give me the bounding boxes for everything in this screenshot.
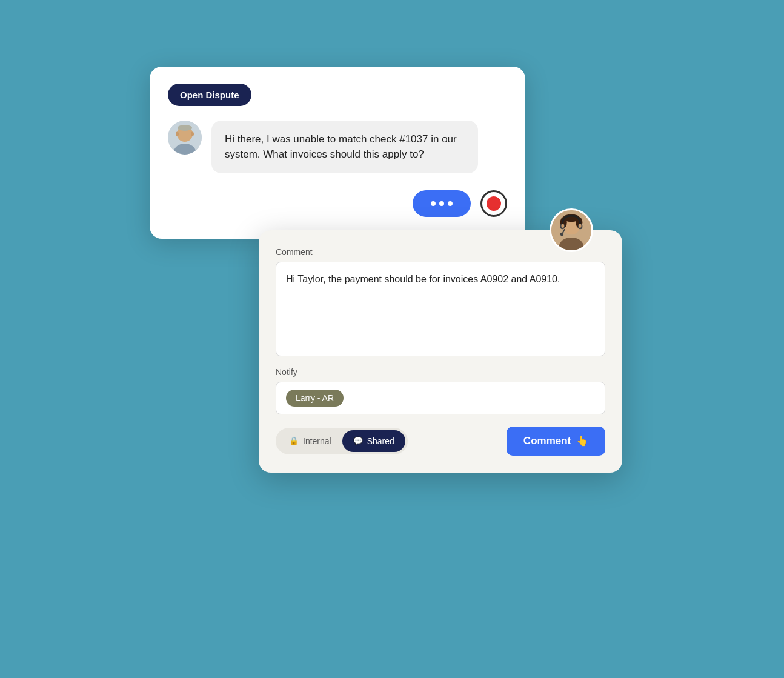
internal-label: Internal	[303, 436, 331, 446]
chat-icon: 💬	[353, 436, 363, 445]
svg-point-15	[560, 232, 564, 236]
lock-icon: 🔒	[289, 436, 299, 445]
top-card: Open Dispute Hi th	[150, 67, 525, 239]
svg-point-5	[191, 131, 194, 136]
notify-field: Larry - AR	[276, 382, 605, 414]
larry-ar-tag[interactable]: Larry - AR	[286, 390, 344, 407]
svg-point-4	[176, 131, 179, 136]
dot-2	[439, 201, 444, 206]
svg-point-16	[562, 224, 565, 227]
internal-toggle[interactable]: 🔒 Internal	[278, 430, 342, 452]
notify-label: Notify	[276, 367, 605, 377]
open-dispute-button[interactable]: Open Dispute	[168, 84, 251, 106]
shared-toggle[interactable]: 💬 Shared	[342, 430, 405, 452]
typing-area	[168, 190, 507, 217]
comment-label: Comment	[276, 247, 605, 257]
dot-1	[431, 201, 436, 206]
visibility-toggle-group: 🔒 Internal 💬 Shared	[276, 428, 408, 454]
svg-point-3	[178, 125, 192, 131]
record-button[interactable]	[480, 190, 507, 217]
shared-label: Shared	[367, 436, 394, 446]
message-bubble: Hi there, I was unable to match check #1…	[211, 121, 478, 173]
bottom-card: Comment Notify Larry - AR 🔒 Internal 💬 S…	[259, 230, 622, 473]
sender-avatar	[168, 121, 202, 155]
comment-textarea-wrapper	[276, 262, 605, 356]
record-icon	[487, 196, 501, 211]
svg-point-17	[579, 224, 582, 227]
message-text: Hi there, I was unable to match check #1…	[225, 133, 457, 161]
message-row: Hi there, I was unable to match check #1…	[168, 121, 507, 173]
cursor-icon: 👆	[576, 435, 588, 447]
scene: Open Dispute Hi th	[150, 67, 634, 612]
typing-bubble	[413, 190, 471, 217]
comment-button-label: Comment	[523, 435, 571, 447]
dot-3	[448, 201, 453, 206]
bottom-row: 🔒 Internal 💬 Shared Comment 👆	[276, 427, 605, 456]
comment-submit-button[interactable]: Comment 👆	[507, 427, 605, 456]
comment-textarea[interactable]	[276, 262, 605, 353]
agent-avatar	[550, 208, 593, 252]
